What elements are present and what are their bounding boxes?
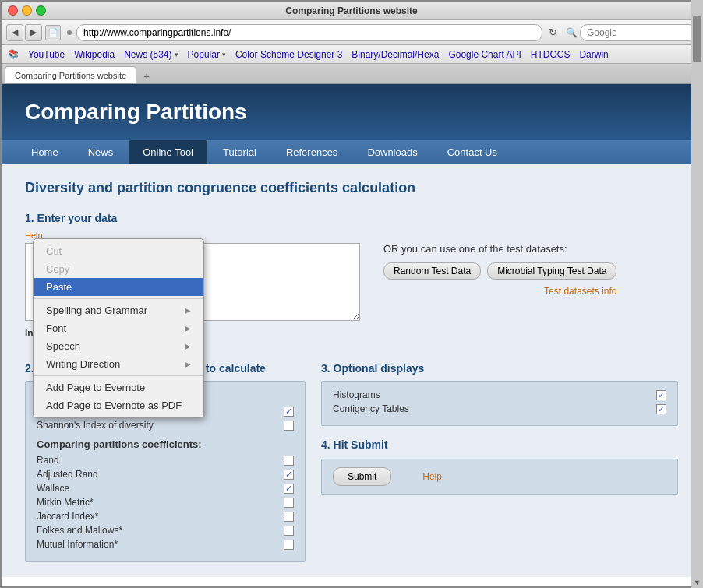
test-datasets-link[interactable]: Test datasets info <box>383 286 616 297</box>
random-test-btn[interactable]: Random Test Data <box>383 262 481 280</box>
opt-contigency: Contigency Tables <box>333 403 666 414</box>
context-menu: Cut Copy Paste Spelling and Grammar ▶ Fo… <box>33 238 204 418</box>
url-bar-container: ↻ <box>67 24 560 41</box>
site-nav: Home News Online Tool Tutorial Reference… <box>2 140 701 164</box>
bookmarks-bar: 📚 YouTube Wikipedia News (534) ▾ Popular… <box>2 45 701 64</box>
window-buttons <box>8 5 46 16</box>
coeff-rand: Rand <box>37 455 294 466</box>
section3-title: 3. Optional displays <box>321 362 678 375</box>
context-menu-writing[interactable]: Writing Direction ▶ <box>34 355 203 373</box>
context-menu-font[interactable]: Font ▶ <box>34 319 203 337</box>
submit-button[interactable]: Submit <box>333 467 391 486</box>
submit-panel: Submit Help <box>321 459 678 495</box>
active-tab[interactable]: Comparing Partitions website <box>5 66 136 83</box>
bookmarks-icon: 📚 <box>8 49 19 59</box>
bookmark-wikipedia[interactable]: Wikipedia <box>74 49 115 60</box>
checkbox-shannon[interactable] <box>284 421 294 431</box>
spelling-submenu-arrow: ▶ <box>185 306 191 315</box>
checkbox-simpsons[interactable] <box>284 407 294 417</box>
url-input[interactable] <box>76 24 542 41</box>
refresh-button[interactable]: ↻ <box>546 26 560 40</box>
window-title: Comparing Partitions website <box>285 5 417 16</box>
context-menu-copy[interactable]: Copy <box>34 260 203 278</box>
context-menu-sep1 <box>34 298 203 299</box>
checkbox-histograms[interactable] <box>656 390 666 400</box>
bookmark-news[interactable]: News (534) ▾ <box>124 49 178 60</box>
submit-row: Submit Help <box>333 467 666 486</box>
section4-title: 4. Hit Submit <box>321 438 678 451</box>
context-menu-add-evernote-pdf[interactable]: Add Page to Evernote as PDF <box>34 396 203 414</box>
main-layout: Diversity and partition congruence coeff… <box>2 164 701 586</box>
forward-button[interactable]: ▶ <box>25 24 42 41</box>
test-buttons: Random Test Data Microbial Typing Test D… <box>383 262 616 280</box>
coeff-jaccard: Jaccard Index* <box>37 511 294 522</box>
checkbox-mirkin[interactable] <box>284 498 294 508</box>
news-dropdown-arrow: ▾ <box>175 51 178 58</box>
page-content-wrapper: Diversity and partition congruence coeff… <box>2 164 701 586</box>
opt-histograms: Histograms <box>333 389 666 400</box>
context-menu-sep2 <box>34 375 203 376</box>
window-frame: Comparing Partitions website ◀ ▶ 📄 ↻ 🔍 📚… <box>0 0 703 588</box>
nav-contact[interactable]: Contact Us <box>433 140 511 164</box>
popular-dropdown-arrow: ▾ <box>222 51 226 58</box>
nav-buttons: ◀ ▶ <box>6 24 42 41</box>
writing-submenu-arrow: ▶ <box>185 360 191 368</box>
optional-panel: Histograms Contigency Tables <box>321 381 678 426</box>
context-menu-cut[interactable]: Cut <box>34 242 203 260</box>
lock-icon <box>67 30 72 35</box>
bookmark-colorscheme[interactable]: Color Scheme Designer 3 <box>235 49 342 60</box>
browser-content: Comparing Partitions Home News Online To… <box>2 84 701 586</box>
nav-tutorial[interactable]: Tutorial <box>209 140 270 164</box>
maximize-button[interactable] <box>36 5 46 16</box>
search-input[interactable] <box>580 24 697 41</box>
bookmark-popular[interactable]: Popular ▾ <box>188 49 226 60</box>
microbial-test-btn[interactable]: Microbial Typing Test Data <box>487 262 616 280</box>
speech-submenu-arrow: ▶ <box>185 342 191 350</box>
checkbox-mutual[interactable] <box>284 540 294 550</box>
coeff-shannon: Shannon's Index of diversity <box>37 420 294 431</box>
site-title: Comparing Partitions <box>25 100 678 125</box>
sections-3-4-container: 3. Optional displays Histograms Contigen… <box>321 351 678 562</box>
context-menu-speech[interactable]: Speech ▶ <box>34 337 203 355</box>
test-data-section: OR you can use one of the test datasets:… <box>383 243 616 339</box>
checkbox-jaccard[interactable] <box>284 512 294 522</box>
nav-online-tool[interactable]: Online Tool <box>129 140 207 164</box>
checkbox-rand[interactable] <box>284 456 294 466</box>
context-menu-paste[interactable]: Paste <box>34 278 203 296</box>
font-submenu-arrow: ▶ <box>185 324 191 333</box>
checkbox-wallace[interactable] <box>284 484 294 494</box>
nav-news[interactable]: News <box>74 140 128 164</box>
page-icon: 📄 <box>45 25 61 40</box>
search-icon: 🔍 <box>566 27 578 38</box>
bookmark-binary[interactable]: Binary/Decimal/Hexa <box>352 49 439 60</box>
bookmark-darwin[interactable]: Darwin <box>579 49 608 60</box>
coeff-folkes: Folkes and Mallows* <box>37 525 294 536</box>
nav-home[interactable]: Home <box>17 140 72 164</box>
context-menu-spelling[interactable]: Spelling and Grammar ▶ <box>34 301 203 319</box>
close-button[interactable] <box>8 5 18 16</box>
bookmark-youtube[interactable]: YouTube <box>28 49 65 60</box>
bookmark-htdocs[interactable]: HTDOCS <box>531 49 571 60</box>
coeff-adj-rand: Adjusted Rand <box>37 469 294 480</box>
new-tab-button[interactable]: + <box>140 69 154 83</box>
scrollbar-track[interactable]: ▼ <box>691 164 701 586</box>
nav-downloads[interactable]: Downloads <box>353 140 431 164</box>
nav-references[interactable]: References <box>272 140 352 164</box>
page-title: Diversity and partition congruence coeff… <box>25 180 678 196</box>
checkbox-folkes[interactable] <box>284 526 294 536</box>
search-container: 🔍 <box>566 24 697 41</box>
page-content: Diversity and partition congruence coeff… <box>2 164 701 577</box>
submit-help-link[interactable]: Help <box>422 471 442 482</box>
scrollbar-down-arrow[interactable]: ▼ <box>691 576 701 586</box>
toolbar: ◀ ▶ 📄 ↻ 🔍 <box>2 20 701 45</box>
minimize-button[interactable] <box>22 5 32 16</box>
or-text: OR you can use one of the test datasets: <box>383 243 616 255</box>
checkbox-adj-rand[interactable] <box>284 470 294 480</box>
back-button[interactable]: ◀ <box>6 24 23 41</box>
tab-bar: Comparing Partitions website + <box>2 64 701 84</box>
context-menu-add-evernote[interactable]: Add Page to Evernote <box>34 379 203 396</box>
site-header: Comparing Partitions <box>2 84 701 140</box>
bookmark-googlechart[interactable]: Google Chart API <box>448 49 521 60</box>
checkbox-contigency[interactable] <box>656 404 666 414</box>
section1-title: 1. Enter your data <box>25 212 678 224</box>
